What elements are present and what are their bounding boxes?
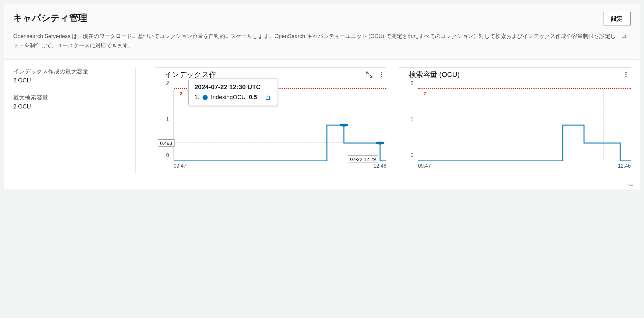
chart-search-header: 検索容量 (OCU) [399,68,631,80]
threshold-label: 2 [424,91,427,96]
svg-point-0 [381,72,382,73]
alarm-bell-icon[interactable] [265,94,272,101]
chart-menu-icon[interactable] [622,71,630,78]
expand-icon[interactable] [366,71,373,78]
page-title: キャパシティ管理 [13,12,87,24]
y-tick: 2 [166,80,169,86]
x-axis: 09:47 12:46 [418,163,631,173]
y-axis: 0 1 2 [399,89,415,161]
svg-point-3 [340,124,348,126]
y-tick: 1 [166,117,169,122]
svg-point-1 [381,74,382,75]
chart-indexing-title: インデックス作 [165,70,366,80]
y-axis: 0 1 2 [155,89,171,161]
settings-button[interactable]: 設定 [603,12,631,25]
tooltip-series-name: IndexingOCU [211,94,246,101]
panel-body: インデックス作成の最大容量 2 OCU 最大検索容量 2 OCU インデックス作 [4,60,640,189]
crosshair-x-label: 07-22 12:29 [348,155,378,163]
chart-search: 検索容量 (OCU) 0 1 2 2 [399,68,631,173]
svg-point-5 [625,72,627,73]
resize-handle[interactable] [624,179,633,186]
x-axis: 09:47 12:46 [174,163,386,173]
crosshair-y-label: 0.493 [158,139,175,147]
search-max-value: 2 OCU [13,103,126,110]
charts-row: インデックス作 2024-07-22 12:30 UTC 1. [136,68,631,173]
svg-point-7 [625,76,627,77]
chart-indexing: インデックス作 2024-07-22 12:30 UTC 1. [155,68,386,173]
x-tick: 12:46 [374,163,386,169]
tooltip-color-swatch [203,95,208,100]
page-description: Opensearch Serverless は、現在のワークロードに基づいてコレ… [13,32,631,51]
x-tick: 12:46 [618,163,631,169]
chart-search-title: 検索容量 (OCU) [409,70,622,80]
y-tick: 2 [411,80,413,86]
threshold-label: 2 [180,91,182,96]
tooltip-title: 2024-07-22 12:30 UTC [194,83,272,91]
capacity-stats: インデックス作成の最大容量 2 OCU 最大検索容量 2 OCU [13,68,136,173]
x-tick: 09:47 [418,163,431,169]
svg-point-6 [625,74,627,75]
svg-point-2 [381,76,382,77]
capacity-panel: キャパシティ管理 設定 Opensearch Serverless は、現在のワ… [4,4,640,189]
y-tick: 1 [411,117,413,122]
chart-menu-icon[interactable] [378,71,385,78]
chart-indexing-header: インデックス作 [155,68,386,80]
y-tick: 0 [166,153,169,158]
indexing-max-label: インデックス作成の最大容量 [13,68,126,75]
chart-tooltip: 2024-07-22 12:30 UTC 1. IndexingOCU 0.5 [188,79,278,106]
tooltip-value: 0.5 [249,94,257,101]
plot-inner: 2 [418,89,631,161]
chart-search-plot[interactable]: 0 1 2 2 09:47 12:46 [399,89,631,173]
tooltip-index: 1. [194,94,199,101]
indexing-max-value: 2 OCU [13,77,126,84]
y-tick: 0 [411,153,413,158]
search-max-label: 最大検索容量 [13,94,126,101]
panel-header: キャパシティ管理 設定 Opensearch Serverless は、現在のワ… [4,4,640,60]
x-tick: 09:47 [174,163,186,169]
